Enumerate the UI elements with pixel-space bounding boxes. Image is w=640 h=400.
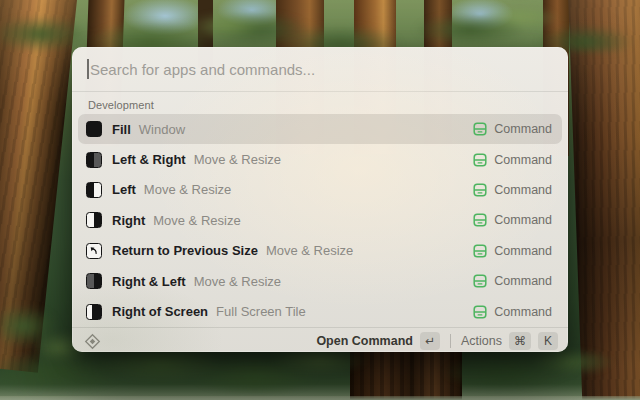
section-header-development: Development (72, 92, 568, 114)
window-management-extension-icon (473, 244, 487, 258)
list-item[interactable]: Return to Previous Size Move & Resize Co… (78, 236, 562, 266)
right-left-icon (86, 273, 102, 289)
command-title: Right of Screen (112, 304, 208, 319)
command-subtitle: Window (139, 122, 185, 137)
right-icon (86, 212, 102, 228)
raycast-logo-icon (84, 333, 101, 350)
command-title: Return to Previous Size (112, 243, 258, 258)
right-of-screen-icon (86, 304, 102, 320)
wallpaper-foliage (0, 0, 640, 52)
left-icon (86, 182, 102, 198)
list-item[interactable]: Right of Screen Full Screen Tile Command (78, 296, 562, 326)
k-key: K (538, 332, 558, 350)
command-subtitle: Move & Resize (144, 182, 231, 197)
window-management-extension-icon (473, 183, 487, 197)
command-subtitle: Move & Resize (153, 213, 240, 228)
window-management-extension-icon (473, 153, 487, 167)
command-subtitle: Move & Resize (194, 274, 281, 289)
command-title: Right (112, 213, 145, 228)
search-input[interactable] (72, 47, 568, 91)
command-title: Right & Left (112, 274, 186, 289)
list-item[interactable]: Fill Window Command (78, 114, 562, 144)
wallpaper-tree-trunk (568, 0, 640, 400)
command-title: Left & Right (112, 152, 186, 167)
command-type-label: Command (494, 122, 552, 136)
command-type-label: Command (494, 244, 552, 258)
actions-label[interactable]: Actions (461, 334, 502, 348)
window-management-extension-icon (473, 305, 487, 319)
command-subtitle: Full Screen Tile (216, 304, 306, 319)
command-list: Fill Window Command Left & Right Move & … (72, 114, 568, 327)
command-title: Left (112, 182, 136, 197)
window-management-extension-icon (473, 274, 487, 288)
search-bar[interactable] (72, 47, 568, 91)
wallpaper-ground (0, 396, 640, 400)
left-right-icon (86, 152, 102, 168)
window-management-extension-icon (473, 122, 487, 136)
command-type-label: Command (494, 153, 552, 167)
return-key: ↵ (420, 332, 440, 350)
list-item[interactable]: Right Move & Resize Command (78, 205, 562, 235)
list-item[interactable]: Right & Left Move & Resize Command (78, 266, 562, 296)
text-caret (87, 59, 89, 79)
command-modifier-key: ⌘ (509, 332, 531, 350)
return-previous-icon (86, 243, 102, 259)
command-type-label: Command (494, 213, 552, 227)
command-type-label: Command (494, 183, 552, 197)
footer-bar: Open Command ↵ Actions ⌘ K (72, 328, 568, 352)
window-management-extension-icon (473, 213, 487, 227)
list-item[interactable]: Left Move & Resize Command (78, 175, 562, 205)
command-subtitle: Move & Resize (194, 152, 281, 167)
fill-icon (86, 121, 102, 137)
list-item[interactable]: Left & Right Move & Resize Command (78, 144, 562, 174)
command-type-label: Command (494, 274, 552, 288)
open-command-label[interactable]: Open Command (316, 334, 413, 348)
footer-vertical-divider (450, 334, 451, 348)
command-title: Fill (112, 122, 131, 137)
command-type-label: Command (494, 305, 552, 319)
command-subtitle: Move & Resize (266, 243, 353, 258)
raycast-command-palette: Development Fill Window Command Left & (72, 47, 568, 352)
